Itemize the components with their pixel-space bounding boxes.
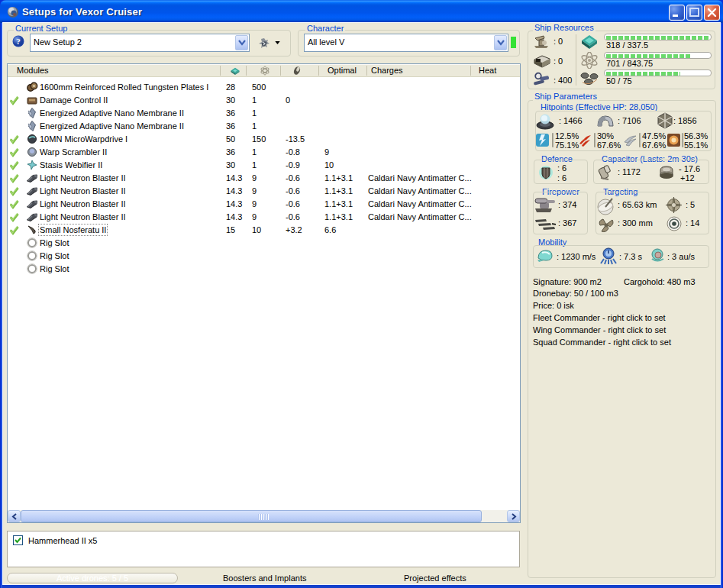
svg-text:?: ?	[16, 37, 21, 46]
